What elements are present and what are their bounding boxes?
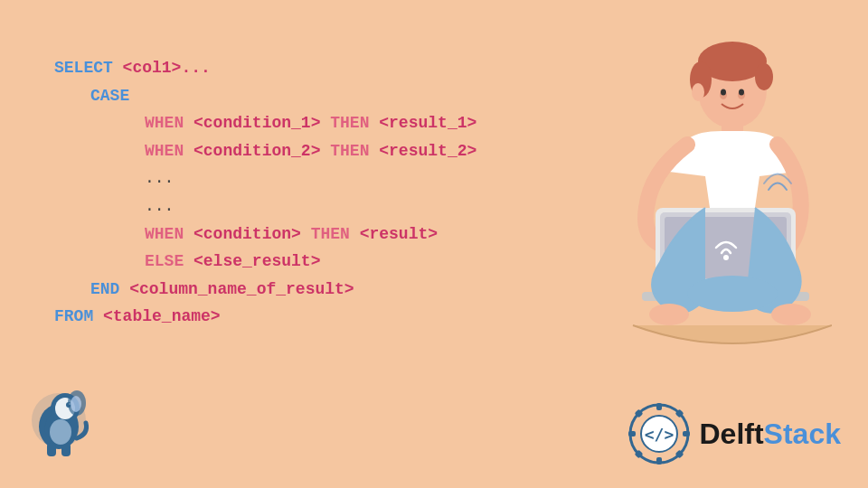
delft-word: DelftStack: [700, 418, 842, 450]
when-keyword-1: WHEN: [145, 114, 184, 132]
svg-rect-30: [656, 403, 662, 410]
svg-rect-27: [61, 443, 71, 456]
then-keyword-n: THEN: [301, 225, 350, 243]
resultn-placeholder: <result>: [350, 225, 438, 243]
svg-point-4: [692, 83, 704, 101]
svg-point-8: [739, 89, 744, 96]
table-name-placeholder: <table_name>: [93, 307, 220, 325]
delftstack-brand-text: DelftStack: [700, 418, 842, 451]
svg-point-17: [771, 304, 811, 325]
svg-point-16: [649, 304, 689, 325]
then-keyword-1: THEN: [320, 114, 369, 132]
code-line-6: ...: [145, 192, 476, 221]
then-keyword-2: THEN: [320, 142, 369, 160]
delftstack-logo: </> DelftStack: [627, 402, 842, 465]
code-line-10: FROM <table_name>: [54, 303, 476, 331]
person-illustration: [561, 27, 832, 389]
column-name-placeholder: <column_name_of_result>: [119, 280, 354, 298]
conditionn-placeholder: <condition>: [184, 225, 301, 243]
svg-point-28: [50, 419, 71, 445]
delft-icon-svg: </>: [627, 402, 691, 465]
code-line-3: WHEN <condition_1> THEN <result_1>: [145, 109, 476, 137]
end-keyword: END: [90, 280, 119, 298]
svg-text:</>: </>: [644, 425, 674, 444]
condition1-placeholder: <condition_1>: [184, 114, 320, 132]
svg-point-13: [723, 255, 729, 260]
code-line-1: SELECT <col1>...: [54, 54, 476, 82]
postgresql-logo: [27, 389, 99, 461]
case-keyword: CASE: [90, 87, 129, 105]
svg-point-15: [687, 276, 778, 312]
from-keyword: FROM: [54, 307, 93, 325]
else-keyword: ELSE: [145, 252, 184, 270]
svg-point-25: [71, 396, 81, 412]
when-keyword-2: WHEN: [145, 142, 184, 160]
svg-rect-33: [683, 431, 690, 436]
code-line-5: ...: [145, 164, 476, 192]
condition2-placeholder: <condition_2>: [184, 142, 320, 160]
code-line-4: WHEN <condition_2> THEN <result_2>: [145, 137, 476, 165]
svg-point-3: [755, 63, 773, 90]
svg-rect-32: [628, 431, 636, 436]
code-line-9: END <column_name_of_result>: [90, 276, 476, 304]
code-line-8: ELSE <else_result>: [145, 248, 476, 276]
svg-rect-26: [47, 443, 56, 456]
select-keyword: SELECT: [54, 59, 113, 77]
svg-point-7: [721, 89, 726, 96]
svg-rect-31: [656, 457, 662, 465]
code-block: SELECT <col1>... CASE WHEN <condition_1>…: [54, 54, 476, 331]
when-keyword-n: WHEN: [145, 225, 184, 243]
col1-placeholder: <col1>...: [113, 59, 211, 77]
code-line-7: WHEN <condition> THEN <result>: [145, 221, 476, 249]
code-line-2: CASE: [90, 82, 476, 110]
result1-placeholder: <result_1>: [369, 114, 476, 132]
else-result-placeholder: <else_result>: [184, 252, 320, 270]
result2-placeholder: <result_2>: [369, 142, 476, 160]
